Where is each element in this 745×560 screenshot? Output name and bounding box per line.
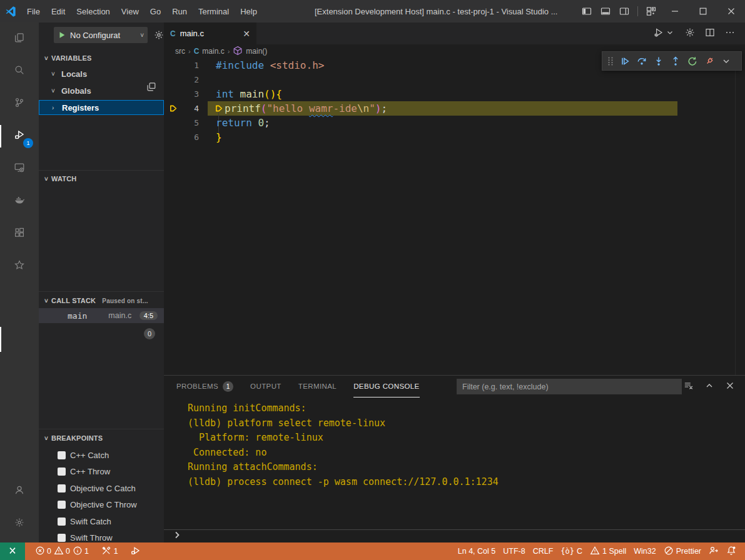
checkbox[interactable]: [58, 501, 66, 509]
activity-bar: 1: [0, 22, 39, 542]
filter-input[interactable]: Filter (e.g. text, !exclude): [457, 379, 682, 394]
menu-selection[interactable]: Selection: [71, 7, 115, 16]
menu-help[interactable]: Help: [235, 7, 263, 16]
maximize-panel-icon[interactable]: [704, 381, 714, 393]
tab-main-c[interactable]: C main.c ✕: [164, 22, 256, 44]
breakpoint-swift-throw[interactable]: Swift Throw: [39, 531, 164, 543]
code-line-5[interactable]: 5 return 0;: [164, 116, 745, 130]
eol-indicator[interactable]: CRLF: [529, 547, 557, 556]
feedback-button[interactable]: [705, 546, 722, 558]
activity-explorer[interactable]: [0, 22, 39, 55]
call-stack-section-header[interactable]: ˅ CALL STACK Paused on st...: [39, 294, 164, 308]
step-into-button[interactable]: [650, 52, 667, 69]
cursor-position[interactable]: Ln 4, Col 5: [454, 547, 499, 556]
customize-layout-icon[interactable]: [642, 2, 661, 21]
tools-status[interactable]: 1: [98, 546, 122, 558]
variables-scope-registers[interactable]: ›Registers: [39, 100, 164, 115]
line-number: 5: [183, 118, 199, 128]
breakpoints-section-header[interactable]: ˅ BREAKPOINTS: [39, 431, 164, 445]
clear-console-icon[interactable]: [684, 381, 694, 393]
notifications-button[interactable]: [722, 546, 740, 558]
menu-view[interactable]: View: [116, 7, 144, 16]
code-line-4[interactable]: 4 printf("hello wamr-ide\n");: [164, 101, 745, 116]
settings-gear-icon[interactable]: [685, 28, 695, 40]
remote-indicator[interactable]: [0, 542, 25, 560]
activity-star-extension[interactable]: [0, 250, 39, 282]
breadcrumb-file[interactable]: main.c: [202, 47, 224, 56]
debug-settings-gear-icon[interactable]: [154, 30, 164, 42]
activity-extensions[interactable]: [0, 218, 39, 250]
debug-status[interactable]: [127, 546, 144, 558]
stack-frame-row[interactable]: main main.c 4:5: [39, 308, 164, 323]
toggle-secondary-sidebar-icon[interactable]: [615, 2, 634, 21]
menu-terminal[interactable]: Terminal: [193, 7, 235, 16]
toggle-panel-icon[interactable]: [596, 2, 615, 21]
platform-indicator[interactable]: Win32: [630, 547, 659, 556]
activity-remote-explorer[interactable]: [0, 152, 39, 185]
menu-file[interactable]: File: [21, 7, 46, 16]
code-line-6[interactable]: 6}: [164, 130, 745, 144]
panel-tab-output[interactable]: OUTPUT: [250, 376, 281, 398]
start-debug-icon[interactable]: [58, 31, 66, 39]
checkbox[interactable]: [58, 451, 66, 459]
spell-checker-status[interactable]: 1 Spell: [586, 546, 630, 558]
step-over-button[interactable]: [633, 52, 650, 69]
activity-manage[interactable]: [0, 508, 39, 540]
step-out-button[interactable]: [667, 52, 684, 69]
disconnect-button[interactable]: [701, 52, 717, 69]
language-mode[interactable]: {ò} C: [557, 547, 586, 556]
menu-run[interactable]: Run: [166, 7, 193, 16]
problems-status[interactable]: 0 0 1: [31, 546, 93, 558]
variables-scope-locals[interactable]: ˅Locals: [39, 66, 164, 81]
menu-edit[interactable]: Edit: [46, 7, 71, 16]
watch-section-header[interactable]: ˅ WATCH: [39, 172, 164, 186]
encoding-indicator[interactable]: UTF-8: [499, 547, 529, 556]
breakpoint-objective-c-catch[interactable]: Objective C Catch: [39, 481, 164, 496]
breakpoint-swift-catch[interactable]: Swift Catch: [39, 514, 164, 529]
restart-button[interactable]: [684, 52, 701, 69]
close-window-button[interactable]: [717, 0, 745, 22]
tools-icon: [101, 546, 111, 558]
more-actions-icon[interactable]: [725, 28, 735, 40]
minimize-button[interactable]: [661, 0, 689, 22]
formatter-status[interactable]: Prettier: [660, 546, 705, 558]
code-editor[interactable]: 1#include <stdio.h>23int main(){4 printf…: [164, 58, 745, 375]
panel-tab-debug-console[interactable]: DEBUG CONSOLE: [353, 376, 420, 398]
breadcrumb-src[interactable]: src: [175, 47, 185, 56]
close-panel-icon[interactable]: [725, 381, 735, 393]
checkbox[interactable]: [58, 484, 66, 492]
checkbox[interactable]: [58, 468, 66, 476]
run-or-debug-button[interactable]: [654, 28, 675, 40]
toggle-sidebar-icon[interactable]: [577, 2, 596, 21]
debug-config-dropdown[interactable]: No Configurat ˅: [54, 27, 148, 43]
menu-go[interactable]: Go: [144, 7, 166, 16]
thread-row[interactable]: 0: [39, 326, 164, 341]
variables-scope-globals[interactable]: ˅Globals: [39, 83, 164, 98]
split-editor-icon[interactable]: [705, 28, 715, 40]
code-line-3[interactable]: 3int main(){: [164, 87, 745, 101]
breakpoint-c-throw[interactable]: C++ Throw: [39, 464, 164, 479]
continue-button[interactable]: [616, 52, 633, 69]
drag-handle[interactable]: [605, 52, 616, 69]
breadcrumb-symbol[interactable]: main(): [246, 47, 267, 56]
panel-tab-problems[interactable]: PROBLEMS1: [176, 376, 233, 398]
scrollbar[interactable]: [735, 59, 736, 375]
activity-accounts[interactable]: [0, 475, 39, 508]
checkbox[interactable]: [58, 518, 66, 526]
activity-source-control[interactable]: [0, 88, 39, 120]
activity-run-and-debug[interactable]: 1: [0, 120, 39, 152]
code-line-2[interactable]: 2: [164, 72, 745, 87]
more-debug-actions[interactable]: [717, 52, 734, 69]
debug-console-input[interactable]: [164, 529, 745, 542]
panel-tab-terminal[interactable]: TERMINAL: [298, 376, 337, 398]
close-tab-icon[interactable]: ✕: [243, 29, 250, 39]
activity-docker[interactable]: [0, 185, 39, 218]
checkbox[interactable]: [58, 534, 66, 542]
current-stackframe-arrow-icon[interactable]: [164, 104, 183, 113]
breakpoint-c-catch[interactable]: C++ Catch: [39, 448, 164, 462]
breakpoint-objective-c-throw[interactable]: Objective C Throw: [39, 498, 164, 512]
maximize-button[interactable]: [689, 0, 717, 22]
divider: [39, 170, 164, 171]
activity-search[interactable]: [0, 55, 39, 88]
variables-section-header[interactable]: ˅ VARIABLES: [39, 51, 164, 65]
